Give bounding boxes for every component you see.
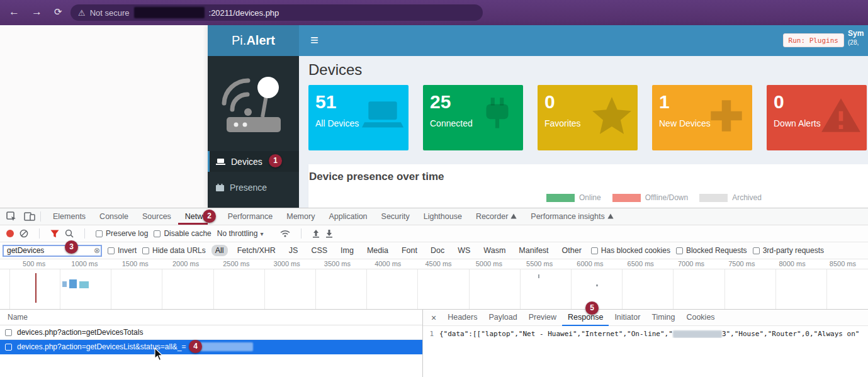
checkbox-icon[interactable]: [142, 247, 149, 254]
address-bar[interactable]: ⚠ Not secure :20211/devices.php: [70, 4, 483, 21]
checkbox-icon[interactable]: [154, 230, 161, 237]
chevron-down-icon: ▾: [260, 230, 263, 237]
filter-pill-wasm[interactable]: Wasm: [480, 245, 509, 256]
checkbox-label: Has blocked cookies: [601, 246, 670, 255]
checkbox-icon[interactable]: [753, 247, 760, 254]
export-har-icon[interactable]: [325, 229, 333, 238]
card-down-alerts[interactable]: 0 Down Alerts: [767, 85, 867, 150]
tab-recorder[interactable]: Recorder: [469, 208, 524, 225]
screenshot-root: ← → ⟳ ⚠ Not secure :20211/devices.php Pi…: [0, 0, 868, 377]
third-party-requests-checkbox[interactable]: 3rd-party requests: [753, 246, 824, 255]
tab-security[interactable]: Security: [375, 208, 417, 225]
filter-icon[interactable]: [50, 230, 59, 238]
filter-pill-ws[interactable]: WS: [454, 245, 474, 256]
response-json-before: {"data":[["laptop","Net - Huawei","Inter…: [439, 330, 673, 338]
forward-icon[interactable]: →: [31, 6, 42, 18]
network-conditions-icon[interactable]: [280, 230, 290, 237]
throttling-dropdown[interactable]: No throttling ▾: [217, 229, 264, 238]
invert-checkbox[interactable]: Invert: [108, 246, 137, 255]
filter-pill-img[interactable]: Img: [337, 245, 358, 256]
card-connected[interactable]: 25 Connected: [423, 85, 523, 150]
filter-input-wrap: ⊗: [3, 245, 102, 257]
has-blocked-cookies-checkbox[interactable]: Has blocked cookies: [591, 246, 670, 255]
tab-response[interactable]: Response: [562, 310, 609, 326]
filter-pill-fetchxhr[interactable]: Fetch/XHR: [234, 245, 279, 256]
filter-pill-font[interactable]: Font: [398, 245, 421, 256]
filter-pill-all[interactable]: All: [211, 245, 228, 256]
checkbox-icon[interactable]: [108, 247, 115, 254]
card-new-devices[interactable]: 1 New Devices: [652, 85, 752, 150]
clear-filter-icon[interactable]: ⊗: [94, 246, 100, 255]
tab-performance-insights[interactable]: Performance insights: [524, 208, 620, 225]
tab-memory[interactable]: Memory: [279, 208, 322, 225]
checkbox-label: Blocked Requests: [686, 246, 747, 255]
filter-pill-other[interactable]: Other: [558, 245, 585, 256]
card-all-devices[interactable]: 51 All Devices: [308, 85, 409, 150]
annotation-step-1: 1: [269, 154, 282, 167]
checkbox-icon[interactable]: [5, 329, 12, 336]
timeline-tick-labels: 500 ms 1000 ms 1500 ms 2000 ms 2500 ms 3…: [0, 259, 868, 269]
request-row-selected[interactable]: devices.php?action=getDevicesList&status…: [0, 340, 422, 354]
preserve-log-checkbox[interactable]: Preserve log: [96, 229, 148, 238]
tab-elements[interactable]: Elements: [46, 208, 93, 225]
filter-pill-js[interactable]: JS: [285, 245, 302, 256]
not-secure-label[interactable]: Not secure: [90, 8, 130, 18]
checkbox-icon[interactable]: [96, 230, 103, 237]
tab-headers[interactable]: Headers: [442, 310, 483, 326]
network-timeline-overview[interactable]: 500 ms 1000 ms 1500 ms 2000 ms 2500 ms 3…: [0, 259, 868, 310]
response-json: {"data":[["laptop","Net - Huawei","Inter…: [439, 330, 859, 338]
sidebar-item-devices[interactable]: Devices: [208, 151, 299, 172]
tab-performance[interactable]: Performance: [221, 208, 280, 225]
card-favorites[interactable]: 0 Favorites: [538, 85, 638, 150]
tick-label: 7000 ms: [666, 259, 716, 269]
run-plugins-button[interactable]: Run: Plugins: [783, 33, 844, 47]
tab-application[interactable]: Application: [322, 208, 374, 225]
star-icon: [591, 95, 633, 137]
filter-pill-css[interactable]: CSS: [307, 245, 331, 256]
record-button[interactable]: [6, 230, 14, 237]
annotation-underline: [178, 223, 208, 225]
import-har-icon[interactable]: [312, 229, 320, 238]
filter-pill-doc[interactable]: Doc: [427, 245, 448, 256]
app-logo[interactable]: Pi.Alert: [208, 25, 299, 56]
tab-payload[interactable]: Payload: [483, 310, 522, 326]
tab-timing[interactable]: Timing: [646, 310, 680, 326]
tab-cookies[interactable]: Cookies: [680, 310, 720, 326]
brand-suffix: Alert: [246, 33, 275, 47]
filter-pill-manifest[interactable]: Manifest: [515, 245, 552, 256]
device-toolbar-icon[interactable]: [24, 212, 35, 221]
checkbox-label: Hide data URLs: [152, 246, 206, 255]
tab-lighthouse[interactable]: Lighthouse: [417, 208, 469, 225]
name-column-header[interactable]: Name: [0, 310, 422, 325]
tick-label: 6000 ms: [565, 259, 615, 269]
tab-console[interactable]: Console: [93, 208, 135, 225]
request-row[interactable]: devices.php?action=getDevicesTotals: [0, 325, 422, 340]
checkbox-icon[interactable]: [676, 247, 683, 254]
tab-initiator[interactable]: Initiator: [609, 310, 646, 326]
divider: [301, 228, 302, 239]
sidebar-item-presence[interactable]: Presence: [208, 177, 299, 198]
network-filter-input[interactable]: [3, 245, 102, 257]
back-icon[interactable]: ←: [9, 6, 20, 18]
clear-icon[interactable]: [20, 229, 28, 238]
menu-toggle-icon[interactable]: ≡: [310, 32, 318, 48]
activity-mark: [79, 281, 89, 288]
checkbox-icon[interactable]: [591, 247, 598, 254]
checkbox-icon[interactable]: [5, 344, 12, 351]
refresh-icon[interactable]: ⟳: [54, 6, 62, 18]
checkbox-label: Disable cache: [164, 229, 211, 238]
blocked-requests-checkbox[interactable]: Blocked Requests: [676, 246, 747, 255]
hide-data-urls-checkbox[interactable]: Hide data URLs: [142, 246, 206, 255]
tab-sources[interactable]: Sources: [135, 208, 178, 225]
disable-cache-checkbox[interactable]: Disable cache: [154, 229, 211, 238]
inspect-element-icon[interactable]: [6, 211, 16, 222]
tick-label: 8500 ms: [818, 259, 868, 269]
redacted-value: [673, 330, 722, 338]
response-json-after: 3","House","Router",0,"Always on": [722, 330, 860, 338]
tab-preview[interactable]: Preview: [523, 310, 562, 326]
network-filterbar: ⊗ Invert Hide data URLs All Fetch/XHR JS…: [0, 242, 868, 259]
user-chip[interactable]: Sym (28,: [848, 29, 868, 46]
close-icon[interactable]: ×: [426, 313, 442, 323]
filter-pill-media[interactable]: Media: [363, 245, 392, 256]
search-icon[interactable]: [65, 229, 74, 238]
